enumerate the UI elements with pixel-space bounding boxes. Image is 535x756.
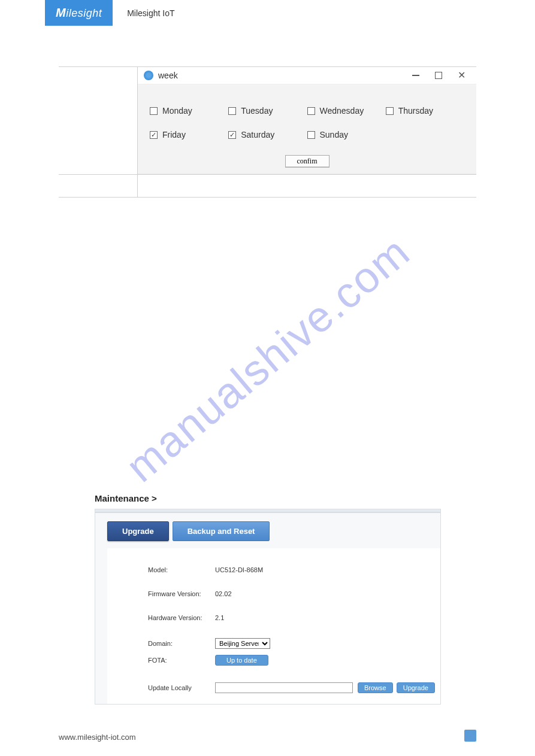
milesight-logo: Milesight [45, 0, 113, 26]
close-icon[interactable]: ✕ [458, 71, 466, 80]
day-label: Monday [162, 106, 192, 116]
row-domain: Domain: Beijing Server [148, 638, 440, 649]
confirm-button[interactable]: confim [285, 155, 330, 168]
value-firmware: 02.02 [215, 590, 232, 597]
day-label: Friday [162, 130, 186, 139]
row-hardware: Hardware Version: 2.1 [148, 614, 440, 621]
week-dialog: week ✕ Monday Tuesday Wednesday Thursday… [138, 67, 476, 174]
day-label: Saturday [241, 130, 274, 139]
row-update-locally: Update Locally Browse Upgrade [148, 682, 440, 693]
upgrade-button[interactable]: Upgrade [397, 682, 435, 693]
empty-cell-left [59, 175, 138, 197]
label-update-locally: Update Locally [148, 684, 215, 691]
day-wednesday[interactable]: Wednesday [307, 106, 386, 116]
checkbox[interactable] [150, 107, 158, 115]
logo-text: ilesight [66, 7, 102, 19]
fota-status: Up to date [215, 655, 268, 666]
domain-select[interactable]: Beijing Server [215, 638, 270, 649]
file-path-input[interactable] [215, 682, 353, 693]
label-hardware: Hardware Version: [148, 614, 215, 621]
section-title: Maintenance > [95, 493, 157, 503]
maintenance-panel: Upgrade Backup and Reset Model: UC512-DI… [95, 509, 441, 705]
maximize-icon[interactable] [435, 72, 442, 79]
day-saturday[interactable]: Saturday [228, 130, 307, 139]
label-model: Model: [148, 566, 215, 573]
day-monday[interactable]: Monday [150, 106, 228, 116]
week-body: Monday Tuesday Wednesday Thursday Friday… [138, 84, 476, 145]
day-thursday[interactable]: Thursday [386, 106, 464, 116]
row-firmware: Firmware Version: 02.02 [148, 590, 440, 597]
browse-button[interactable]: Browse [358, 682, 393, 693]
header-title: Milesight IoT [127, 8, 174, 18]
row-fota: FOTA: Up to date [148, 655, 440, 666]
page-header: Milesight Milesight IoT [45, 0, 535, 26]
day-label: Tuesday [241, 106, 273, 116]
tab-upgrade[interactable]: Upgrade [107, 521, 169, 541]
page-indicator [464, 730, 476, 742]
value-hardware: 2.1 [215, 614, 224, 621]
checkbox-checked[interactable] [150, 131, 158, 139]
day-tuesday[interactable]: Tuesday [228, 106, 307, 116]
tabs: Upgrade Backup and Reset [95, 513, 440, 541]
footer-url: www.milesight-iot.com [59, 733, 136, 742]
watermark: manualshive.com [116, 227, 419, 491]
row-model: Model: UC512-DI-868M [148, 566, 440, 573]
checkbox[interactable] [307, 107, 315, 115]
week-titlebar: week ✕ [138, 67, 476, 84]
week-row: week ✕ Monday Tuesday Wednesday Thursday… [59, 67, 476, 175]
form-area: Model: UC512-DI-868M Firmware Version: 0… [107, 548, 440, 704]
day-label: Sunday [320, 130, 348, 139]
checkbox[interactable] [228, 107, 236, 115]
label-domain: Domain: [148, 640, 215, 647]
week-left-cell [59, 67, 138, 174]
window-controls: ✕ [412, 71, 470, 80]
week-icon [144, 71, 153, 80]
day-label: Thursday [398, 106, 433, 116]
value-model: UC512-DI-868M [215, 566, 263, 573]
day-friday[interactable]: Friday [150, 130, 228, 139]
minimize-icon[interactable] [412, 75, 419, 76]
confirm-row: confim [138, 145, 476, 174]
label-firmware: Firmware Version: [148, 590, 215, 597]
checkbox-checked[interactable] [228, 131, 236, 139]
day-sunday[interactable]: Sunday [307, 130, 386, 139]
checkbox[interactable] [386, 107, 394, 115]
day-label: Wednesday [320, 106, 364, 116]
label-fota: FOTA: [148, 657, 215, 664]
week-title: week [158, 71, 178, 80]
empty-row [59, 175, 476, 198]
checkbox[interactable] [307, 131, 315, 139]
tab-backup-reset[interactable]: Backup and Reset [173, 521, 270, 541]
